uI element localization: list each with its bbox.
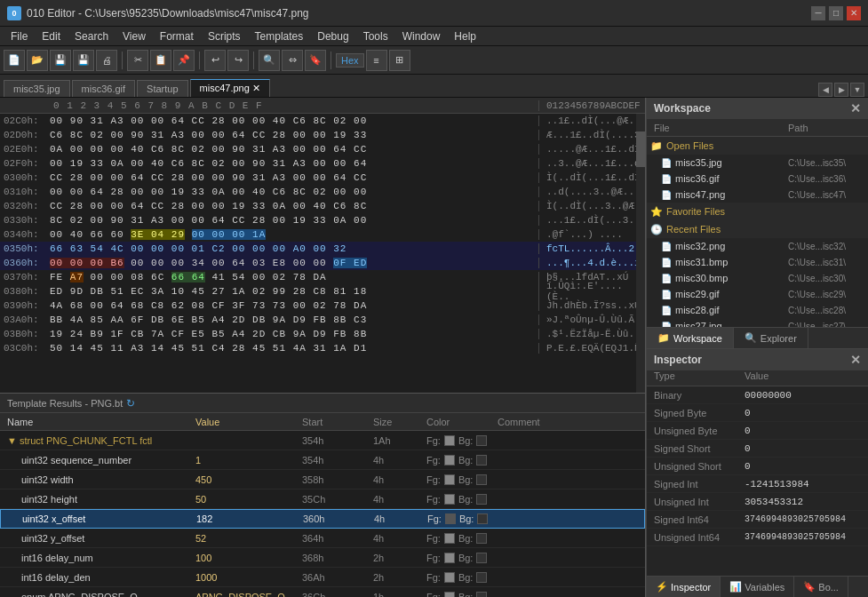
ws-file-misc36[interactable]: 📄 misc36.gif C:\Use...isc36\ [647, 171, 868, 187]
insp-row-unsigned-byte[interactable]: Unsigned Byte 0 [647, 422, 868, 440]
hex-row-0310[interactable]: 0310h: 00 00 64 28 00 00 19 33 0A 00 40 … [0, 185, 645, 199]
menu-format[interactable]: Format [153, 28, 201, 44]
file-icon-misc36: 📄 [661, 174, 672, 184]
workspace-close-button[interactable]: ✕ [850, 101, 861, 115]
maximize-button[interactable]: □ [829, 6, 843, 20]
hex-mode-indicator[interactable]: Hex [336, 53, 364, 68]
save-file-button[interactable]: 💾 [50, 50, 71, 71]
undo-button[interactable]: ↩ [204, 50, 226, 71]
menu-view[interactable]: View [115, 28, 153, 44]
col-header-color: Color [426, 417, 498, 427]
hex-row-02c0[interactable]: 02C0h: 00 90 31 A3 00 00 64 CC 28 00 00 … [0, 114, 645, 128]
copy-button[interactable]: 📋 [150, 50, 171, 71]
workspace-section-favorites[interactable]: ⭐ Favorite Files [647, 203, 868, 220]
ws-file-misc30[interactable]: 📄 misc30.bmp C:\Use...isc30\ [647, 270, 868, 286]
template-row-dispose[interactable]: enum APNG_DISPOSE_O... APNG_DISPOSE_O...… [0, 587, 645, 597]
insp-row-signed-int64[interactable]: Signed Int64 3746994893025705984 [647, 511, 868, 529]
search-button[interactable]: 🔍 [259, 50, 280, 71]
insp-row-unsigned-int[interactable]: Unsigned Int 3053453312 [647, 493, 868, 511]
tab-nav-list[interactable]: ▼ [850, 83, 864, 97]
tab-startup[interactable]: Startup [137, 80, 187, 97]
template-row-y-offset[interactable]: uint32 y_offset 52 364h 4h Fg: Bg: [0, 529, 645, 548]
template-row-seq[interactable]: uint32 sequence_number 1 354h 4h Fg: Bg: [0, 450, 645, 470]
hex-row-0350[interactable]: 0350h: 66 63 54 4C 00 00 00 01 C2 00 00 … [0, 242, 645, 256]
workspace-section-recent[interactable]: 🕒 Recent Files [647, 220, 868, 238]
col-header-value: Value [195, 417, 302, 427]
template-row-width[interactable]: uint32 width 450 358h 4h Fg: Bg: [0, 470, 645, 490]
new-file-button[interactable]: 📄 [4, 50, 25, 71]
ws-file-misc35[interactable]: 📄 misc35.jpg C:\Use...isc35\ [647, 155, 868, 171]
tab-misc47[interactable]: misc47.png ✕ [190, 79, 270, 97]
hex-row-03a0[interactable]: 03A0h: BB 4A 85 AA 6F DB 6E B5 A4 2D DB … [0, 313, 645, 327]
hex-scroll-area[interactable]: 02C0h: 00 90 31 A3 00 00 64 CC 28 00 00 … [0, 114, 645, 393]
inspector-tab-variables[interactable]: 📊 Variables [721, 577, 794, 597]
template-table-header: Name Value Start Size Color Comment [0, 413, 645, 431]
insp-row-signed-byte[interactable]: Signed Byte 0 [647, 404, 868, 422]
tab-nav-next[interactable]: ▶ [834, 83, 848, 97]
open-file-button[interactable]: 📂 [27, 50, 48, 71]
menu-scripts[interactable]: Scripts [201, 28, 248, 44]
insp-row-signed-short[interactable]: Signed Short 0 [647, 440, 868, 458]
workspace-tab-icon: 📁 [657, 332, 670, 344]
columns-button[interactable]: ⊞ [389, 50, 410, 71]
hex-row-02d0[interactable]: 02D0h: C6 8C 02 00 90 31 A3 00 00 64 CC … [0, 128, 645, 142]
menu-file[interactable]: File [4, 28, 35, 44]
ws-file-misc29[interactable]: 📄 misc29.gif C:\Use...isc29\ [647, 286, 868, 302]
hex-row-0320[interactable]: 0320h: CC 28 00 00 64 CC 28 00 00 19 33 … [0, 199, 645, 213]
ws-file-misc32[interactable]: 📄 misc32.png C:\Use...isc32\ [647, 238, 868, 254]
inspector-close-button[interactable]: ✕ [850, 353, 861, 367]
workspace-tab[interactable]: 📁 Workspace [647, 328, 734, 348]
hex-row-0360[interactable]: 0360h: 00 00 00 B6 00 00 00 34 00 64 03 … [0, 256, 645, 270]
print-button[interactable]: 🖨 [96, 50, 117, 71]
menu-tools[interactable]: Tools [356, 28, 395, 44]
hex-row-0380[interactable]: 0380h: ED 9D DB 51 EC 3A 10 45 27 1A 02 … [0, 284, 645, 298]
insp-row-binary[interactable]: Binary 00000000 [647, 386, 868, 404]
hex-row-02f0[interactable]: 02F0h: 00 19 33 0A 00 40 C6 8C 02 00 90 … [0, 156, 645, 171]
ws-file-misc28[interactable]: 📄 misc28.gif C:\Use...isc28\ [647, 302, 868, 318]
menu-search[interactable]: Search [68, 28, 115, 44]
menu-window[interactable]: Window [395, 28, 448, 44]
tab-misc35[interactable]: misc35.jpg [4, 80, 70, 97]
close-button[interactable]: ✕ [847, 6, 861, 20]
save-all-button[interactable]: 💾 [73, 50, 94, 71]
ws-file-misc27[interactable]: 📄 misc27.jpg C:\Use...isc27\ [647, 318, 868, 327]
tab-nav-prev[interactable]: ◀ [818, 83, 832, 97]
ws-file-misc47[interactable]: 📄 misc47.png C:\Use...isc47\ [647, 187, 868, 203]
hex-row-0340[interactable]: 0340h: 00 40 66 60 3E 04 29 00 00 00 1A … [0, 227, 645, 242]
template-row-delay-num[interactable]: int16 delay_num 100 368h 2h Fg: Bg: [0, 548, 645, 568]
hex-scrollbar[interactable] [636, 114, 645, 393]
template-row-fctl[interactable]: ▼ struct PNG_CHUNK_FCTL fctl 354h 1Ah Fg… [0, 431, 645, 450]
inspector-tab-bookmarks[interactable]: 🔖 Bo... [794, 577, 848, 597]
menu-edit[interactable]: Edit [35, 28, 68, 44]
mode-button[interactable]: ≡ [366, 50, 387, 71]
hex-scrollbar-thumb[interactable] [636, 131, 645, 167]
template-row-x-offset[interactable]: uint32 x_offset 182 360h 4h Fg: Bg: [0, 509, 645, 529]
insp-row-unsigned-short[interactable]: Unsigned Short 0 [647, 458, 868, 475]
minimize-button[interactable]: ─ [811, 6, 825, 20]
bookmark-button[interactable]: 🔖 [305, 50, 326, 71]
paste-button[interactable]: 📌 [173, 50, 195, 71]
explorer-tab[interactable]: 🔍 Explorer [734, 328, 808, 348]
cut-button[interactable]: ✂ [127, 50, 148, 71]
template-row-delay-den[interactable]: int16 delay_den 1000 36Ah 2h Fg: Bg: [0, 568, 645, 587]
hex-row-02e0[interactable]: 02E0h: 0A 00 00 00 40 C6 8C 02 00 90 31 … [0, 142, 645, 156]
inspector-tab-inspector[interactable]: ⚡ Inspector [647, 577, 721, 597]
hex-row-03c0[interactable]: 03C0h: 50 14 45 11 A3 14 45 51 C4 28 45 … [0, 341, 645, 355]
template-row-height[interactable]: uint32 height 50 35Ch 4h Fg: Bg: [0, 490, 645, 509]
hex-row-0390[interactable]: 0390h: 4A 68 00 64 68 C8 62 08 CF 3F 73 … [0, 298, 645, 313]
menu-debug[interactable]: Debug [310, 28, 355, 44]
hex-row-0330[interactable]: 0330h: 8C 02 00 90 31 A3 00 00 64 CC 28 … [0, 213, 645, 227]
refresh-button[interactable]: ↻ [126, 397, 135, 410]
tab-misc36[interactable]: misc36.gif [72, 80, 136, 97]
workspace-section-open[interactable]: 📁 Open Files [647, 137, 868, 155]
redo-button[interactable]: ↪ [227, 50, 249, 71]
ws-file-misc31[interactable]: 📄 misc31.bmp C:\Use...isc31\ [647, 254, 868, 270]
menu-templates[interactable]: Templates [248, 28, 311, 44]
hex-row-0300[interactable]: 0300h: CC 28 00 00 64 CC 28 00 00 90 31 … [0, 171, 645, 185]
hex-row-03b0[interactable]: 03B0h: 19 24 B9 1F CB 7A CF E5 B5 A4 2D … [0, 327, 645, 341]
menu-bar: File Edit Search View Format Scripts Tem… [0, 27, 868, 46]
menu-help[interactable]: Help [447, 28, 483, 44]
insp-row-unsigned-int64[interactable]: Unsigned Int64 3746994893025705984 [647, 529, 868, 546]
insp-row-signed-int[interactable]: Signed Int -1241513984 [647, 475, 868, 493]
compare-button[interactable]: ⇔ [282, 50, 303, 71]
